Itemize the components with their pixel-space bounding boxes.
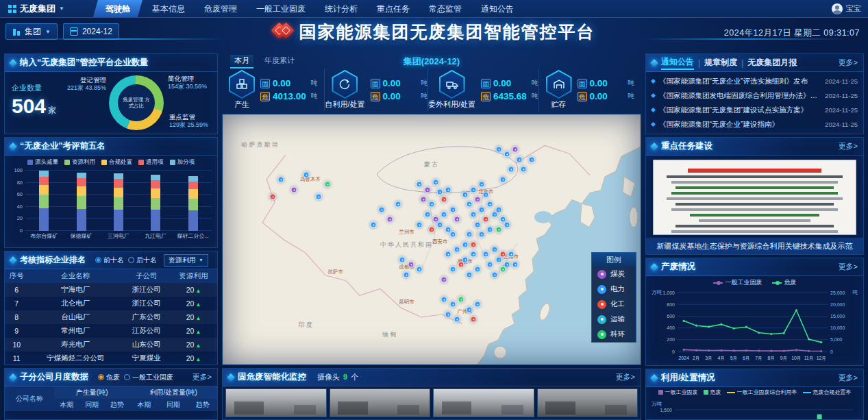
map-marker-dl[interactable] bbox=[495, 147, 501, 153]
map-marker-dl[interactable] bbox=[429, 201, 435, 208]
map-marker-hg[interactable] bbox=[458, 262, 464, 268]
map-legend-item-化工[interactable]: 化工 bbox=[592, 297, 636, 312]
map-marker-dl[interactable] bbox=[504, 221, 510, 227]
map-marker-dl[interactable] bbox=[424, 212, 430, 218]
map-marker-dl[interactable] bbox=[449, 206, 456, 212]
map-marker-dl[interactable] bbox=[462, 241, 468, 247]
map-marker-dl[interactable] bbox=[471, 251, 477, 258]
map-marker-dl[interactable] bbox=[445, 186, 451, 193]
map-marker-mt[interactable] bbox=[512, 147, 519, 153]
map-marker-dl[interactable] bbox=[399, 256, 406, 262]
map-marker-dl[interactable] bbox=[303, 171, 310, 177]
nav-item-驾驶舱[interactable]: 驾驶舱 bbox=[93, 0, 142, 17]
map-marker-mt[interactable] bbox=[475, 197, 481, 203]
map-marker-dl[interactable] bbox=[462, 191, 468, 197]
map-marker-hg[interactable] bbox=[471, 317, 477, 323]
map-marker-dl[interactable] bbox=[441, 297, 447, 303]
legend-item-一般工业固废综合利用率[interactable]: 一般工业固废综合利用率 bbox=[727, 388, 797, 396]
notice-more-link[interactable]: 更多> bbox=[839, 58, 858, 68]
map-marker-dl[interactable] bbox=[487, 262, 493, 268]
map-marker-dl[interactable] bbox=[466, 201, 472, 208]
map-marker-dl[interactable] bbox=[449, 301, 456, 308]
notice-item[interactable]: 《国家能源集团发电端固废综合利用管理办法》发布 2024-11-25 bbox=[652, 88, 858, 103]
map-marker-dl[interactable] bbox=[495, 256, 501, 262]
camera-thumb[interactable] bbox=[225, 388, 327, 417]
nav-item-通知公告[interactable]: 通知公告 bbox=[471, 0, 523, 17]
map-marker-dl[interactable] bbox=[475, 301, 481, 308]
map-marker-mt[interactable] bbox=[424, 186, 430, 193]
map-marker-mt[interactable] bbox=[441, 276, 447, 282]
map-marker-dl[interactable] bbox=[479, 182, 485, 188]
nav-item-统计分析[interactable]: 统计分析 bbox=[315, 0, 367, 17]
map-marker-dl[interactable] bbox=[416, 267, 422, 273]
map-marker-dl[interactable] bbox=[479, 206, 485, 212]
map-marker-dl[interactable] bbox=[479, 232, 485, 238]
map-marker-dl[interactable] bbox=[475, 267, 481, 273]
map-marker-dl[interactable] bbox=[529, 156, 535, 162]
map-marker-hg[interactable] bbox=[441, 197, 447, 203]
camera-thumb[interactable] bbox=[537, 388, 638, 417]
nav-item-常态监管[interactable]: 常态监管 bbox=[419, 0, 471, 17]
map-marker-dl[interactable] bbox=[370, 221, 376, 227]
map-marker-dl[interactable] bbox=[449, 232, 456, 238]
map-marker-kh[interactable] bbox=[495, 226, 501, 232]
legend-item-一般工业固废[interactable]: 一般工业固废 bbox=[713, 278, 762, 287]
map-legend-item-科环[interactable]: 科环 bbox=[592, 327, 636, 342]
util-more-link[interactable]: 更多> bbox=[839, 373, 858, 383]
table-row[interactable]: 6宁海电厂浙江公司20▲ bbox=[5, 283, 217, 297]
notice-item[interactable]: 《国家能源集团“无废企业”评选实施细则》发布 2024-11-25 bbox=[652, 74, 858, 88]
map-marker-dl[interactable] bbox=[508, 251, 514, 258]
map-marker-dl[interactable] bbox=[487, 201, 493, 208]
map-marker-kh[interactable] bbox=[324, 182, 330, 188]
map-marker-hg[interactable] bbox=[471, 241, 477, 247]
map-marker-kh[interactable] bbox=[499, 267, 506, 273]
map-marker-dl[interactable] bbox=[278, 176, 284, 182]
map-marker-dl[interactable] bbox=[466, 232, 472, 238]
map-marker-mt[interactable] bbox=[408, 262, 414, 268]
legend-item-源头减量[interactable]: 源头减量 bbox=[27, 158, 58, 166]
map-marker-dl[interactable] bbox=[378, 206, 384, 212]
map-marker-dl[interactable] bbox=[517, 156, 523, 162]
map-legend-item-电力[interactable]: 电力 bbox=[592, 282, 636, 297]
stacked-bar-九江电厂[interactable] bbox=[151, 175, 160, 231]
nav-item-危废管理[interactable]: 危废管理 bbox=[195, 0, 247, 17]
map-marker-dl[interactable] bbox=[491, 212, 497, 218]
map-marker-dl[interactable] bbox=[449, 267, 456, 273]
map-marker-dl[interactable] bbox=[433, 179, 439, 185]
notice-tab-通知公告[interactable]: 通知公告 bbox=[661, 56, 694, 70]
map-marker-mt[interactable] bbox=[454, 217, 460, 223]
monthly-more-link[interactable]: 更多> bbox=[193, 372, 212, 382]
monthly-haz-radio[interactable]: 危废 bbox=[98, 373, 120, 382]
map-marker-dl[interactable] bbox=[445, 312, 451, 318]
user-menu[interactable]: 宝宝 bbox=[832, 3, 868, 14]
waste-more-link[interactable]: 更多> bbox=[839, 262, 858, 272]
map-marker-hg[interactable] bbox=[270, 194, 276, 200]
map-marker-dl[interactable] bbox=[475, 221, 481, 227]
table-row[interactable]: 7北仑电厂浙江公司20▲ bbox=[5, 297, 217, 310]
camera-thumb[interactable] bbox=[433, 388, 534, 417]
map-marker-dl[interactable] bbox=[316, 194, 322, 200]
legend-item-危废[interactable]: 危废 bbox=[772, 278, 797, 287]
legend-item-加分项[interactable]: 加分项 bbox=[170, 158, 195, 166]
nav-item-一般工业固废[interactable]: 一般工业固废 bbox=[247, 0, 315, 17]
notice-item[interactable]: 《国家能源集团“无废集团”建设试点实施方案》 2024-11-25 bbox=[652, 103, 858, 117]
map-marker-mt[interactable] bbox=[420, 197, 426, 203]
app-logo[interactable]: 无废集团 ▼ bbox=[0, 3, 74, 15]
hazard-mgmt-donut-chart[interactable]: 危废管理 方式占比 bbox=[109, 75, 164, 130]
stacked-bar-保德煤矿[interactable] bbox=[77, 173, 86, 231]
table-row[interactable]: 9常州电厂江苏公司20▲ bbox=[5, 324, 217, 338]
map-marker-dl[interactable] bbox=[404, 271, 410, 277]
nav-item-基本信息[interactable]: 基本信息 bbox=[142, 0, 195, 17]
stacked-bar-布尔台煤矿[interactable] bbox=[39, 171, 49, 231]
map-marker-dl[interactable] bbox=[454, 247, 460, 253]
monitor-more-link[interactable]: 更多> bbox=[616, 372, 635, 382]
map-marker-dl[interactable] bbox=[483, 191, 489, 197]
map-marker-hg[interactable] bbox=[429, 226, 435, 232]
map-marker-dl[interactable] bbox=[454, 317, 460, 323]
map-marker-dl[interactable] bbox=[483, 251, 489, 258]
legend-item-通用项[interactable]: 通用项 bbox=[138, 158, 164, 166]
camera-thumb[interactable] bbox=[330, 388, 431, 417]
map-marker-dl[interactable] bbox=[491, 247, 497, 253]
map-marker-mt[interactable] bbox=[290, 186, 297, 193]
table-row[interactable]: 10寿光电厂山东公司20▲ bbox=[5, 338, 217, 351]
